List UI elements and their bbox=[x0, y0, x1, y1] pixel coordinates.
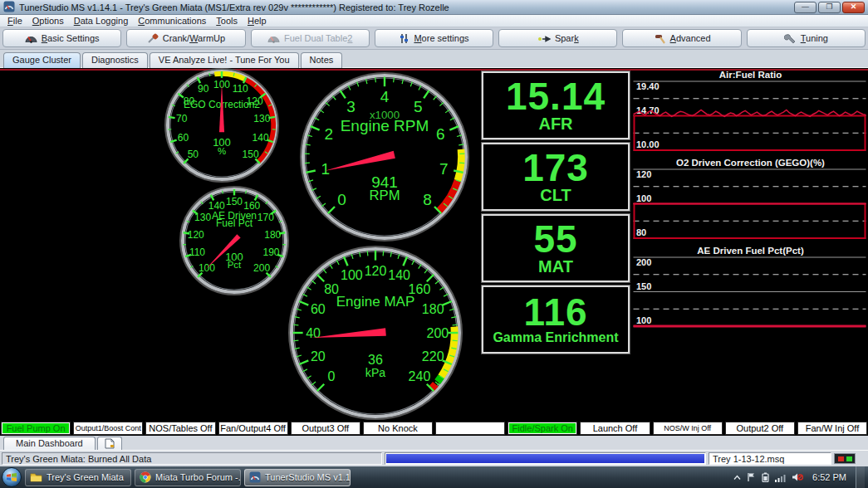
status-message: Trey's Green Miata: Burned All Data bbox=[2, 452, 382, 465]
indicator-blank bbox=[435, 422, 505, 435]
taskbar-button-label: Trey's Green Miata bbox=[47, 472, 124, 482]
app-icon bbox=[3, 1, 15, 14]
svg-text:100: 100 bbox=[341, 268, 363, 282]
svg-text:170: 170 bbox=[257, 212, 274, 223]
chart-ae-driven-fuel-pct-pct: AE Driven Fuel Pct(Pct)200150100 bbox=[633, 246, 868, 330]
svg-text:Engine MAP: Engine MAP bbox=[336, 294, 415, 310]
new-dashboard-tab[interactable] bbox=[97, 437, 122, 450]
svg-text:120: 120 bbox=[365, 264, 387, 278]
tray-icons bbox=[733, 472, 803, 482]
readout-afr: 15.14AFR bbox=[482, 71, 630, 139]
toolbar-button-label: Fuel Dual Table2 bbox=[284, 33, 352, 43]
tunerstudio-icon bbox=[249, 471, 261, 483]
menu-tools[interactable]: Tools bbox=[211, 15, 243, 27]
readout-label: Gamma Enrichment bbox=[493, 331, 618, 344]
taskbar-trey-s-green-miata[interactable]: Trey's Green Miata bbox=[25, 469, 131, 486]
caret-icon[interactable] bbox=[733, 475, 741, 481]
svg-text:2: 2 bbox=[325, 125, 334, 143]
progress-fill bbox=[386, 454, 704, 463]
tab-main-dashboard[interactable]: Main Dashboard bbox=[3, 437, 96, 450]
tab-gauge-cluster[interactable]: Gauge Cluster bbox=[3, 52, 81, 68]
comm-status-led bbox=[834, 453, 856, 464]
menu-help[interactable]: Help bbox=[243, 15, 272, 27]
more-settings-button[interactable]: More settings bbox=[375, 29, 493, 47]
indicator-bar: Fuel Pump OnOutput1/Boost ContNOS/Tables… bbox=[0, 421, 868, 436]
svg-text:3: 3 bbox=[346, 98, 356, 115]
new-page-icon bbox=[104, 438, 115, 449]
signal-icon[interactable] bbox=[775, 473, 786, 482]
svg-text:AE Driven Fuel Pct(Pct): AE Driven Fuel Pct(Pct) bbox=[697, 246, 804, 256]
svg-text:190: 190 bbox=[262, 246, 279, 258]
readout-value: 15.14 bbox=[506, 79, 606, 115]
close-button[interactable]: ✕ bbox=[842, 2, 865, 13]
msq-file-field: Trey 1-13-12.msq bbox=[709, 452, 831, 465]
svg-text:6: 6 bbox=[436, 125, 445, 143]
menu-data-logging[interactable]: Data Logging bbox=[69, 15, 134, 27]
readout-clt: 173CLT bbox=[482, 143, 630, 211]
menu-options[interactable]: Options bbox=[27, 15, 69, 27]
menu-file[interactable]: File bbox=[2, 15, 27, 27]
battery-icon[interactable] bbox=[762, 472, 769, 482]
menu-communications[interactable]: Communications bbox=[133, 15, 211, 27]
svg-text:20: 20 bbox=[311, 349, 326, 364]
svg-text:RPM: RPM bbox=[369, 188, 400, 203]
svg-text:200: 200 bbox=[253, 262, 270, 274]
flag-icon[interactable] bbox=[747, 472, 756, 482]
show-desktop-button[interactable] bbox=[856, 466, 865, 488]
gauge-icon bbox=[25, 33, 37, 44]
minimize-button[interactable]: — bbox=[794, 2, 817, 13]
indicator-output1-boost-cont: Output1/Boost Cont bbox=[73, 422, 143, 435]
readout-value: 116 bbox=[523, 295, 587, 331]
toolbar-button-label: Advanced bbox=[670, 33, 711, 43]
led-green bbox=[846, 456, 852, 461]
system-tray: 6:52 PM bbox=[733, 466, 868, 488]
windows-flag-icon bbox=[6, 471, 17, 483]
advanced-button[interactable]: Advanced bbox=[622, 29, 741, 47]
gauge-ego-correction: 5060708090100110120130140150EGO Correcti… bbox=[165, 69, 278, 182]
tab-notes[interactable]: Notes bbox=[301, 52, 343, 68]
indicator-launch-off: Launch Off bbox=[580, 422, 650, 435]
speaker-muted-icon[interactable] bbox=[792, 472, 803, 482]
maximize-button[interactable]: ❐ bbox=[818, 2, 841, 13]
tab-ve-analyze-live-tune-for-you[interactable]: VE Analyze Live! - Tune For You bbox=[150, 52, 299, 68]
taskbar-miata-turbo-forum[interactable]: Miata Turbo Forum -... bbox=[135, 469, 241, 486]
svg-text:130: 130 bbox=[253, 113, 270, 124]
svg-text:80: 80 bbox=[636, 227, 646, 237]
tuning-button[interactable]: Tuning bbox=[747, 29, 866, 47]
svg-text:8: 8 bbox=[423, 191, 432, 208]
indicator-fan-output4-off: Fan/Output4 Off bbox=[218, 422, 288, 435]
svg-text:120: 120 bbox=[188, 229, 204, 241]
toolbar-button-label: Crank/WarmUp bbox=[163, 33, 225, 43]
crank-warmup-button[interactable]: Crank/WarmUp bbox=[126, 29, 245, 47]
menu-bar: FileOptionsData LoggingCommunicationsToo… bbox=[0, 15, 868, 27]
view-tab-bar: Gauge ClusterDiagnosticsVE Analyze Live!… bbox=[0, 50, 868, 68]
indicator-output2-off: Output2 Off bbox=[725, 422, 795, 435]
taskbar-buttons: Trey's Green MiataMiata Turbo Forum -...… bbox=[25, 469, 351, 486]
indicator-nos-w-inj-off: NOS/W Inj Off bbox=[653, 422, 723, 435]
taskbar: Trey's Green MiataMiata Turbo Forum -...… bbox=[0, 466, 868, 488]
svg-text:70: 70 bbox=[176, 113, 188, 124]
tab-diagnostics[interactable]: Diagnostics bbox=[82, 52, 148, 68]
start-button[interactable] bbox=[2, 467, 22, 487]
svg-text:120: 120 bbox=[636, 169, 651, 179]
spark-button[interactable]: Spark bbox=[498, 29, 617, 47]
svg-text:7: 7 bbox=[439, 160, 449, 178]
chart-o2-driven-correction-gego: O2 Driven Correction (GEGO)(%)12010080 bbox=[633, 158, 868, 242]
svg-text:110: 110 bbox=[233, 83, 248, 95]
taskbar-clock[interactable]: 6:52 PM bbox=[809, 472, 850, 482]
svg-text:4: 4 bbox=[380, 88, 390, 105]
taskbar-tunerstudio-ms-v1-1[interactable]: TunerStudio MS v1.1... bbox=[244, 469, 351, 486]
svg-text:150: 150 bbox=[636, 281, 651, 291]
indicator-fan-w-inj-off: Fan/W Inj Off bbox=[797, 422, 867, 435]
indicator-no-knock: No Knock bbox=[363, 422, 433, 435]
sparkplug-icon bbox=[537, 34, 551, 43]
svg-text:60: 60 bbox=[178, 132, 189, 144]
sliders-icon bbox=[399, 33, 409, 44]
progress-bar bbox=[385, 452, 706, 465]
readout-label: MAT bbox=[538, 258, 573, 275]
hammer-icon bbox=[654, 33, 666, 44]
fuel-dual-table2-button: Fuel Dual Table2 bbox=[251, 29, 370, 47]
readout-label: CLT bbox=[540, 187, 571, 203]
basic-settings-button[interactable]: Basic Settings bbox=[2, 29, 121, 47]
tunerstudio-icon bbox=[3, 1, 15, 12]
